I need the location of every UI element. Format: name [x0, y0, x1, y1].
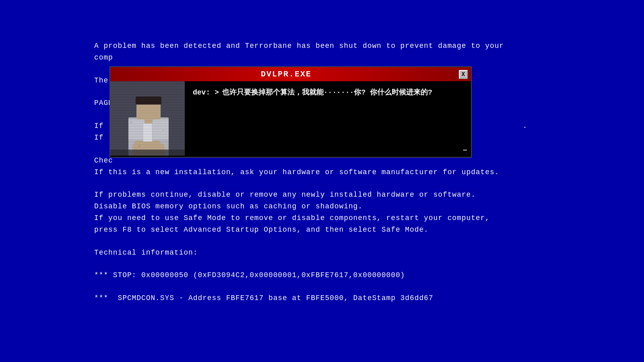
dialog-body: dev: > 也许只要换掉那个算法，我就能·······你? 你什么时候进来的?…: [109, 81, 472, 158]
dialog-titlebar: DVLPR.EXE X: [109, 66, 472, 81]
dialog-close-button[interactable]: X: [459, 70, 468, 79]
bsod-line-19: *** SPCMDCON.SYS - Address FBFE7617 base…: [94, 292, 528, 304]
dialog-image-area: [110, 81, 185, 156]
dialog-image-svg: [110, 81, 185, 156]
dialog-window: DVLPR.EXE X: [109, 66, 472, 158]
bsod-line-15: Technical information:: [94, 247, 528, 259]
bsod-line-11: Disable BIOS memory options such as cach…: [94, 201, 528, 212]
bsod-line-17: *** STOP: 0x00000050 (0xFD3094C2,0x00000…: [94, 269, 528, 281]
bsod-line-13: press F8 to select Advanced Startup Opti…: [94, 224, 528, 236]
bsod-line-8: If this is a new installation, ask your …: [94, 167, 528, 178]
bsod-line-10: If problems continue, disable or remove …: [94, 189, 528, 201]
dialog-minimize-button[interactable]: —: [463, 146, 467, 154]
dialog-prompt-text: 也许只要换掉那个算法，我就能·······你? 你什么时候进来的?: [222, 87, 432, 98]
dialog-title: DVLPR.EXE: [114, 70, 459, 79]
bsod-line-2: comp: [94, 52, 528, 64]
dialog-prompt-label: dev: >: [193, 87, 219, 98]
svg-rect-18: [110, 81, 185, 156]
dialog-prompt-line: dev: > 也许只要换掉那个算法，我就能·······你? 你什么时候进来的?: [193, 87, 463, 98]
bsod-line-1: A problem has been detected and Terrorba…: [94, 40, 528, 52]
dialog-content-area: dev: > 也许只要换掉那个算法，我就能·······你? 你什么时候进来的?: [185, 81, 471, 104]
bsod-line-12: If you need to use Safe Mode to remove o…: [94, 212, 528, 224]
